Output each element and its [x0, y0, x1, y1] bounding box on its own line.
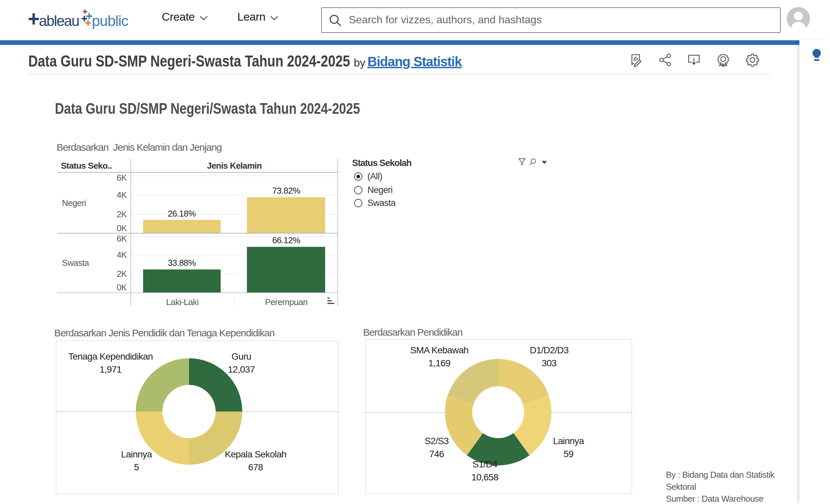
- svg-text:ableau: ableau: [39, 13, 79, 29]
- svg-text:public: public: [92, 13, 128, 29]
